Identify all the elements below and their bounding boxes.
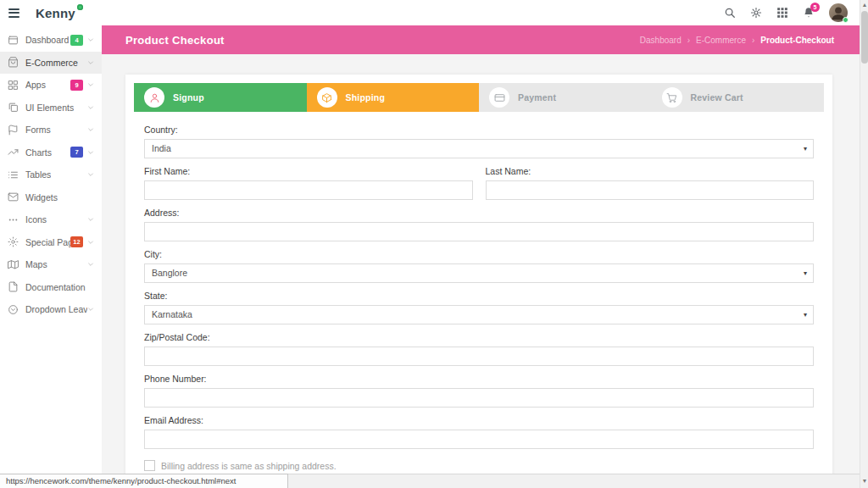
top-navbar: Kenny 5 [0, 0, 860, 25]
state-field: State: Karnataka [144, 291, 814, 324]
navbar-actions: 5 [724, 3, 860, 22]
logo-badge-icon [77, 4, 83, 10]
ui-elements-icon [8, 102, 19, 113]
first-name-label: First Name: [144, 166, 473, 176]
country-selected-value: India [152, 143, 171, 153]
city-select[interactable]: Banglore [144, 263, 814, 283]
last-name-input[interactable] [486, 180, 815, 200]
chevron-down-icon [87, 59, 94, 66]
chevron-down-icon [87, 104, 94, 111]
sidebar-item-label: Apps [25, 80, 46, 90]
cart-icon [662, 87, 682, 108]
ecommerce-icon [8, 57, 19, 68]
maps-icon [8, 259, 19, 270]
billing-checkbox[interactable] [144, 460, 155, 471]
state-selected-value: Karnataka [152, 309, 192, 319]
billing-checkbox-label: Billing address is same as shipping addr… [161, 461, 337, 471]
sidebar-item-label: UI Elements [25, 103, 74, 113]
sidebar-item-label: Maps [25, 259, 47, 269]
wizard-step-label: Shipping [346, 92, 386, 103]
wizard-step-label: Review Cart [691, 92, 743, 103]
state-label: State: [144, 291, 814, 301]
scroll-up-arrow-icon[interactable]: ▲ [860, 0, 868, 10]
chevron-down-icon [87, 149, 94, 156]
hamburger-menu-icon[interactable] [0, 8, 25, 18]
vertical-scrollbar[interactable]: ▲ ▼ [860, 0, 868, 488]
state-select[interactable]: Karnataka [144, 305, 814, 324]
wizard-step-signup[interactable]: Signup [134, 83, 307, 112]
sidebar-item-charts[interactable]: Charts7 [0, 141, 102, 164]
grid-icon[interactable] [776, 7, 788, 19]
country-field: Country: India [144, 125, 814, 158]
email-field: Email Address: [144, 415, 814, 449]
search-icon[interactable] [724, 7, 736, 19]
chevron-down-icon [87, 239, 94, 246]
app-logo[interactable]: Kenny [36, 6, 83, 20]
country-select[interactable]: India [144, 139, 814, 158]
wizard-step-review-cart[interactable]: Review Cart [652, 83, 825, 112]
sidebar-item-documentation[interactable]: Documentation [0, 276, 102, 299]
special-pages-icon [8, 236, 19, 247]
sidebar-item-label: Dashboard [25, 35, 69, 45]
zip-label: Zip/Postal Code: [144, 332, 814, 342]
sidebar-item-label: Special Pages [25, 237, 70, 247]
phone-input[interactable] [144, 388, 814, 408]
shipping-form: Country: India First Name: Last Name: [134, 112, 824, 471]
bell-icon[interactable]: 5 [803, 7, 815, 19]
sidebar-count-badge: 4 [70, 35, 83, 46]
sidebar-item-special-pages[interactable]: Special Pages12 [0, 231, 102, 254]
sidebar-item-widgets[interactable]: Widgets [0, 186, 102, 209]
page-title: Product Checkout [125, 34, 225, 47]
sidebar-item-dropdown-leavel-1[interactable]: Dropdown Leavel 1 [0, 298, 102, 321]
wizard-step-label: Payment [518, 92, 556, 103]
scrollbar-thumb[interactable] [861, 11, 868, 64]
sidebar-item-e-commerce[interactable]: E-Commerce [0, 52, 102, 75]
sidebar-item-ui-elements[interactable]: UI Elements [0, 97, 102, 119]
first-name-input[interactable] [144, 180, 473, 200]
breadcrumb-separator: › [687, 36, 690, 45]
sidebar-item-label: Forms [25, 125, 51, 135]
main-area: Product Checkout Dashboard›E-Commerce›Pr… [102, 25, 860, 488]
sidebar-item-forms[interactable]: Forms [0, 119, 102, 141]
breadcrumb-item-e-commerce[interactable]: E-Commerce [696, 36, 746, 45]
status-url-tooltip: https://hencework.com/theme/kenny/produc… [0, 474, 288, 488]
app-logo-text: Kenny [36, 6, 75, 20]
breadcrumb-item-product-checkout: Product-Checkout [760, 36, 834, 45]
forms-icon [8, 125, 19, 136]
gear-icon[interactable] [750, 7, 762, 19]
zip-field: Zip/Postal Code: [144, 332, 814, 366]
sidebar-item-label: Dropdown Leavel 1 [25, 304, 87, 314]
sidebar-item-icons[interactable]: Icons [0, 208, 102, 231]
sidebar-count-badge: 9 [70, 80, 83, 91]
wizard-step-payment[interactable]: Payment [479, 83, 652, 112]
first-name-field: First Name: [144, 166, 473, 200]
dropdown-icon [8, 304, 19, 315]
city-selected-value: Banglore [152, 268, 187, 278]
icons-icon [8, 214, 19, 225]
avatar[interactable] [829, 3, 848, 22]
sidebar: Dashboard4E-CommerceApps9UI ElementsForm… [0, 25, 102, 488]
content-area: SignupShippingPaymentReview Cart Country… [102, 54, 860, 488]
billing-checkbox-row[interactable]: Billing address is same as shipping addr… [144, 460, 814, 471]
breadcrumb-item-dashboard[interactable]: Dashboard [640, 36, 682, 45]
sidebar-item-apps[interactable]: Apps9 [0, 74, 102, 97]
chevron-down-icon [87, 306, 94, 313]
address-input[interactable] [144, 222, 814, 241]
sidebar-item-dashboard[interactable]: Dashboard4 [0, 29, 102, 52]
sidebar-item-label: Widgets [25, 192, 58, 202]
sidebar-item-tables[interactable]: Tables [0, 164, 102, 186]
scroll-down-arrow-icon[interactable]: ▼ [860, 476, 868, 486]
email-label: Email Address: [144, 415, 814, 425]
email-input[interactable] [144, 430, 814, 449]
chevron-down-icon [87, 36, 94, 43]
zip-input[interactable] [144, 347, 814, 366]
chevron-down-icon [87, 261, 94, 268]
credit-card-icon [489, 87, 509, 108]
address-label: Address: [144, 208, 814, 218]
sidebar-item-maps[interactable]: Maps [0, 253, 102, 276]
phone-label: Phone Number: [144, 374, 814, 384]
wizard-step-shipping[interactable]: Shipping [307, 83, 480, 112]
chevron-down-icon [87, 81, 94, 88]
last-name-label: Last Name: [486, 166, 815, 176]
package-icon [317, 87, 337, 108]
